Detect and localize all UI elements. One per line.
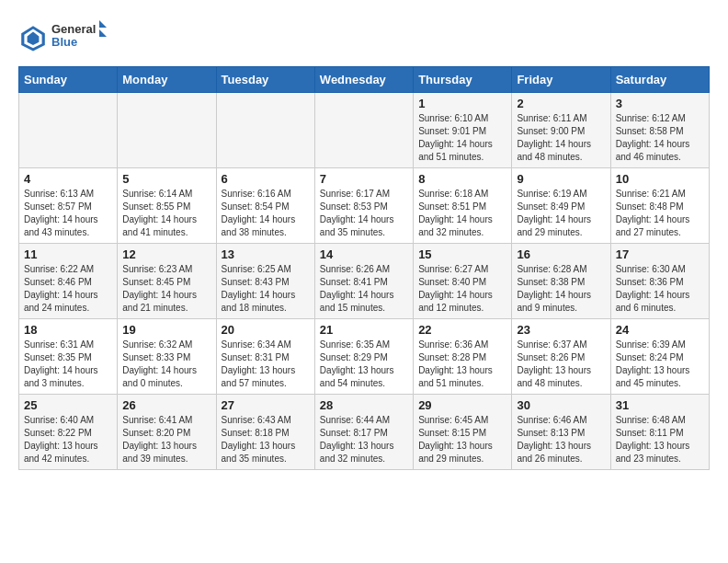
day-cell [118, 93, 216, 168]
day-number: 23 [517, 323, 605, 337]
day-cell: 7Sunrise: 6:17 AM Sunset: 8:53 PM Daylig… [314, 168, 413, 244]
day-info: Sunrise: 6:27 AM Sunset: 8:40 PM Dayligh… [418, 263, 506, 315]
day-number: 27 [222, 398, 310, 412]
day-number: 2 [517, 97, 605, 110]
day-cell [216, 93, 314, 168]
weekday-header-saturday: Saturday [610, 67, 709, 93]
day-number: 21 [320, 323, 408, 337]
weekday-header-wednesday: Wednesday [314, 67, 413, 93]
day-info: Sunrise: 6:17 AM Sunset: 8:53 PM Dayligh… [320, 188, 408, 239]
day-number: 28 [320, 398, 408, 412]
day-cell: 24Sunrise: 6:39 AM Sunset: 8:24 PM Dayli… [610, 319, 709, 395]
calendar-table: SundayMondayTuesdayWednesdayThursdayFrid… [18, 66, 710, 470]
weekday-header-tuesday: Tuesday [216, 67, 314, 93]
day-info: Sunrise: 6:21 AM Sunset: 8:48 PM Dayligh… [616, 188, 704, 239]
svg-marker-6 [99, 20, 107, 28]
day-number: 26 [122, 398, 210, 412]
weekday-header-sunday: Sunday [19, 67, 118, 93]
day-number: 3 [616, 97, 704, 110]
day-cell: 18Sunrise: 6:31 AM Sunset: 8:35 PM Dayli… [19, 319, 118, 395]
day-number: 8 [418, 172, 506, 186]
week-row-3: 11Sunrise: 6:22 AM Sunset: 8:46 PM Dayli… [19, 244, 710, 319]
day-cell: 23Sunrise: 6:37 AM Sunset: 8:26 PM Dayli… [512, 319, 610, 395]
day-number: 31 [616, 398, 704, 412]
day-info: Sunrise: 6:26 AM Sunset: 8:41 PM Dayligh… [320, 263, 408, 315]
logo: General Blue [18, 18, 107, 57]
day-info: Sunrise: 6:37 AM Sunset: 8:26 PM Dayligh… [517, 339, 605, 390]
day-number: 1 [418, 97, 506, 110]
day-cell: 5Sunrise: 6:14 AM Sunset: 8:55 PM Daylig… [118, 168, 216, 244]
day-number: 5 [122, 172, 210, 186]
day-info: Sunrise: 6:13 AM Sunset: 8:57 PM Dayligh… [24, 188, 112, 239]
day-number: 11 [24, 247, 112, 261]
day-cell: 21Sunrise: 6:35 AM Sunset: 8:29 PM Dayli… [314, 319, 413, 395]
day-cell: 12Sunrise: 6:23 AM Sunset: 8:45 PM Dayli… [118, 244, 216, 319]
day-info: Sunrise: 6:31 AM Sunset: 8:35 PM Dayligh… [24, 339, 112, 390]
day-info: Sunrise: 6:34 AM Sunset: 8:31 PM Dayligh… [222, 339, 310, 390]
day-cell: 19Sunrise: 6:32 AM Sunset: 8:33 PM Dayli… [118, 319, 216, 395]
day-cell: 14Sunrise: 6:26 AM Sunset: 8:41 PM Dayli… [314, 244, 413, 319]
day-cell: 16Sunrise: 6:28 AM Sunset: 8:38 PM Dayli… [512, 244, 610, 319]
day-cell: 25Sunrise: 6:40 AM Sunset: 8:22 PM Dayli… [19, 395, 118, 470]
day-info: Sunrise: 6:39 AM Sunset: 8:24 PM Dayligh… [616, 339, 704, 390]
day-cell: 29Sunrise: 6:45 AM Sunset: 8:15 PM Dayli… [414, 395, 512, 470]
day-number: 19 [122, 323, 210, 337]
week-row-1: 1Sunrise: 6:10 AM Sunset: 9:01 PM Daylig… [19, 93, 710, 168]
day-cell: 8Sunrise: 6:18 AM Sunset: 8:51 PM Daylig… [414, 168, 512, 244]
day-info: Sunrise: 6:22 AM Sunset: 8:46 PM Dayligh… [24, 263, 112, 315]
day-cell: 1Sunrise: 6:10 AM Sunset: 9:01 PM Daylig… [414, 93, 512, 168]
logo-svg: General Blue [51, 18, 107, 53]
day-cell: 13Sunrise: 6:25 AM Sunset: 8:43 PM Dayli… [216, 244, 314, 319]
svg-text:General: General [51, 22, 96, 36]
day-info: Sunrise: 6:10 AM Sunset: 9:01 PM Dayligh… [418, 112, 506, 164]
day-info: Sunrise: 6:14 AM Sunset: 8:55 PM Dayligh… [122, 188, 210, 239]
day-info: Sunrise: 6:45 AM Sunset: 8:15 PM Dayligh… [418, 414, 506, 465]
day-info: Sunrise: 6:44 AM Sunset: 8:17 PM Dayligh… [320, 414, 408, 465]
day-info: Sunrise: 6:23 AM Sunset: 8:45 PM Dayligh… [122, 263, 210, 315]
weekday-header-monday: Monday [118, 67, 216, 93]
day-number: 7 [320, 172, 408, 186]
day-cell: 28Sunrise: 6:44 AM Sunset: 8:17 PM Dayli… [314, 395, 413, 470]
day-number: 25 [24, 398, 112, 412]
day-info: Sunrise: 6:30 AM Sunset: 8:36 PM Dayligh… [616, 263, 704, 315]
weekday-header-thursday: Thursday [414, 67, 512, 93]
day-cell: 26Sunrise: 6:41 AM Sunset: 8:20 PM Dayli… [118, 395, 216, 470]
day-number: 17 [616, 247, 704, 261]
day-info: Sunrise: 6:16 AM Sunset: 8:54 PM Dayligh… [222, 188, 310, 239]
day-cell: 27Sunrise: 6:43 AM Sunset: 8:18 PM Dayli… [216, 395, 314, 470]
day-info: Sunrise: 6:48 AM Sunset: 8:11 PM Dayligh… [616, 414, 704, 465]
day-info: Sunrise: 6:18 AM Sunset: 8:51 PM Dayligh… [418, 188, 506, 239]
weekday-header-row: SundayMondayTuesdayWednesdayThursdayFrid… [19, 67, 710, 93]
day-number: 4 [24, 172, 112, 186]
day-cell [19, 93, 118, 168]
day-cell: 3Sunrise: 6:12 AM Sunset: 8:58 PM Daylig… [610, 93, 709, 168]
day-cell: 4Sunrise: 6:13 AM Sunset: 8:57 PM Daylig… [19, 168, 118, 244]
day-number: 22 [418, 323, 506, 337]
day-cell: 31Sunrise: 6:48 AM Sunset: 8:11 PM Dayli… [610, 395, 709, 470]
day-cell: 2Sunrise: 6:11 AM Sunset: 9:00 PM Daylig… [512, 93, 610, 168]
day-cell: 20Sunrise: 6:34 AM Sunset: 8:31 PM Dayli… [216, 319, 314, 395]
day-info: Sunrise: 6:32 AM Sunset: 8:33 PM Dayligh… [122, 339, 210, 390]
day-cell: 11Sunrise: 6:22 AM Sunset: 8:46 PM Dayli… [19, 244, 118, 319]
svg-marker-7 [99, 29, 107, 37]
day-info: Sunrise: 6:35 AM Sunset: 8:29 PM Dayligh… [320, 339, 408, 390]
day-number: 14 [320, 247, 408, 261]
day-number: 30 [517, 398, 605, 412]
day-info: Sunrise: 6:12 AM Sunset: 8:58 PM Dayligh… [616, 112, 704, 164]
day-cell: 9Sunrise: 6:19 AM Sunset: 8:49 PM Daylig… [512, 168, 610, 244]
day-cell: 10Sunrise: 6:21 AM Sunset: 8:48 PM Dayli… [610, 168, 709, 244]
day-cell: 30Sunrise: 6:46 AM Sunset: 8:13 PM Dayli… [512, 395, 610, 470]
day-number: 12 [122, 247, 210, 261]
day-cell: 17Sunrise: 6:30 AM Sunset: 8:36 PM Dayli… [610, 244, 709, 319]
day-number: 9 [517, 172, 605, 186]
day-info: Sunrise: 6:36 AM Sunset: 8:28 PM Dayligh… [418, 339, 506, 390]
day-info: Sunrise: 6:19 AM Sunset: 8:49 PM Dayligh… [517, 188, 605, 239]
day-cell: 15Sunrise: 6:27 AM Sunset: 8:40 PM Dayli… [414, 244, 512, 319]
day-number: 6 [222, 172, 310, 186]
day-info: Sunrise: 6:43 AM Sunset: 8:18 PM Dayligh… [222, 414, 310, 465]
week-row-5: 25Sunrise: 6:40 AM Sunset: 8:22 PM Dayli… [19, 395, 710, 470]
day-info: Sunrise: 6:41 AM Sunset: 8:20 PM Dayligh… [122, 414, 210, 465]
day-info: Sunrise: 6:40 AM Sunset: 8:22 PM Dayligh… [24, 414, 112, 465]
day-info: Sunrise: 6:11 AM Sunset: 9:00 PM Dayligh… [517, 112, 605, 164]
week-row-2: 4Sunrise: 6:13 AM Sunset: 8:57 PM Daylig… [19, 168, 710, 244]
